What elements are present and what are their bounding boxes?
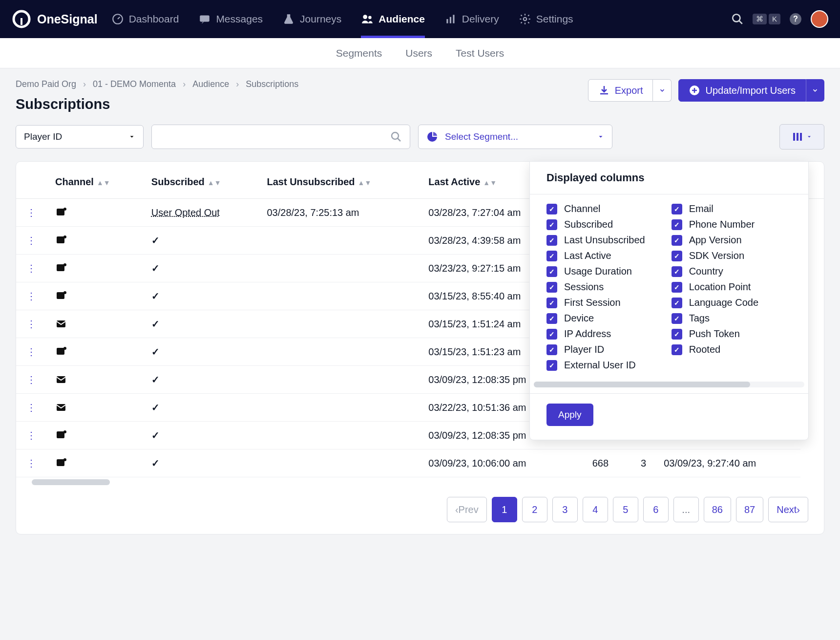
update-import-button[interactable]: Update/Import Users [678, 79, 806, 102]
web-channel-icon [55, 207, 134, 218]
column-toggle[interactable]: ✓Last Active [546, 250, 645, 261]
nav-journeys[interactable]: Journeys [282, 0, 341, 38]
breadcrumb-item[interactable]: Demo Paid Org [16, 79, 76, 89]
column-header[interactable]: Channel▲▼ [46, 162, 143, 199]
column-header[interactable]: Subscribed▲▼ [143, 162, 258, 199]
subnav-segments[interactable]: Segments [336, 47, 382, 59]
column-toggle[interactable]: ✓Sessions [546, 281, 645, 293]
row-menu-icon[interactable]: ⋮ [26, 402, 36, 413]
row-menu-icon[interactable]: ⋮ [26, 291, 36, 301]
column-toggle[interactable]: ✓First Session [546, 297, 645, 308]
column-toggle-label: Push Token [689, 328, 740, 340]
column-toggle[interactable]: ✓Channel [546, 203, 645, 214]
next-button[interactable]: Next › [768, 497, 808, 522]
row-menu-icon[interactable]: ⋮ [26, 346, 36, 357]
check-icon: ✓ [151, 402, 160, 413]
column-toggle[interactable]: ✓Rooted [672, 344, 758, 355]
player-id-label: Player ID [24, 131, 62, 142]
row-menu-icon[interactable]: ⋮ [26, 430, 36, 441]
help-icon[interactable]: ? [789, 13, 802, 25]
check-icon: ✓ [151, 263, 160, 274]
columns-icon [792, 131, 803, 143]
column-toggle[interactable]: ✓External User ID [546, 360, 645, 371]
page-86[interactable]: 86 [704, 497, 731, 522]
column-header[interactable]: Last Unsubscribed▲▼ [258, 162, 420, 199]
checkbox-checked-icon: ✓ [546, 266, 557, 277]
column-toggle[interactable]: ✓Tags [672, 313, 758, 324]
column-toggle-label: Subscribed [564, 219, 613, 230]
checkbox-checked-icon: ✓ [546, 251, 557, 261]
opted-out-label[interactable]: User Opted Out [151, 207, 220, 218]
columns-button[interactable] [779, 124, 824, 149]
nav-settings[interactable]: Settings [519, 0, 573, 38]
update-split: Update/Import Users [678, 79, 824, 102]
page-1[interactable]: 1 [492, 497, 517, 522]
column-toggle[interactable]: ✓Last Unsubscribed [546, 235, 645, 246]
flask-icon [282, 13, 295, 25]
chevron-down-icon [659, 87, 666, 94]
horizontal-scrollbar[interactable] [32, 479, 808, 485]
segment-select[interactable]: Select Segment... [418, 125, 612, 149]
row-menu-icon[interactable]: ⋮ [26, 235, 36, 246]
column-toggle[interactable]: ✓Email [672, 203, 758, 214]
checkbox-checked-icon: ✓ [672, 219, 682, 230]
nav-label: Audience [378, 13, 425, 25]
svg-point-25 [63, 263, 66, 266]
svg-line-16 [398, 138, 400, 141]
checkbox-checked-icon: ✓ [546, 219, 557, 230]
column-toggle[interactable]: ✓Player ID [546, 344, 645, 355]
search-input[interactable] [151, 125, 410, 149]
popover-scrollbar[interactable] [534, 382, 804, 387]
chevron-right-icon: › [797, 504, 800, 515]
page-87[interactable]: 87 [736, 497, 763, 522]
nav-audience[interactable]: Audience [361, 0, 425, 38]
page-2[interactable]: 2 [522, 497, 547, 522]
column-toggle[interactable]: ✓Subscribed [546, 219, 645, 230]
svg-rect-26 [57, 292, 64, 299]
svg-rect-33 [57, 431, 64, 438]
breadcrumb-item[interactable]: Audience [192, 79, 229, 89]
column-toggle-label: Last Active [564, 250, 611, 261]
column-toggle[interactable]: ✓Country [672, 266, 758, 277]
column-toggle[interactable]: ✓Usage Duration [546, 266, 645, 277]
row-menu-icon[interactable]: ⋮ [26, 319, 36, 329]
page-6[interactable]: 6 [643, 497, 669, 522]
column-toggle[interactable]: ✓App Version [672, 235, 758, 246]
update-caret[interactable] [806, 79, 824, 102]
column-toggle-label: Player ID [564, 344, 604, 355]
nav-dashboard[interactable]: Dashboard [111, 0, 179, 38]
row-menu-icon[interactable]: ⋮ [26, 263, 36, 274]
subnav-test-users[interactable]: Test Users [456, 47, 504, 59]
page-4[interactable]: 4 [583, 497, 608, 522]
web-channel-icon [55, 290, 134, 302]
row-menu-icon[interactable]: ⋮ [26, 458, 36, 469]
page-ellipsis[interactable]: ... [673, 497, 699, 522]
avatar[interactable] [811, 10, 828, 28]
player-id-select[interactable]: Player ID [16, 125, 144, 149]
page-5[interactable]: 5 [613, 497, 638, 522]
row-menu-icon[interactable]: ⋮ [26, 374, 36, 385]
column-toggle[interactable]: ✓Device [546, 313, 645, 324]
checkbox-checked-icon: ✓ [546, 282, 557, 293]
apply-button[interactable]: Apply [546, 404, 593, 426]
column-toggle[interactable]: ✓Location Point [672, 281, 758, 293]
row-menu-icon[interactable]: ⋮ [26, 207, 36, 218]
column-toggle[interactable]: ✓Push Token [672, 328, 758, 340]
column-toggle[interactable]: ✓SDK Version [672, 250, 758, 261]
nav-delivery[interactable]: Delivery [444, 0, 499, 38]
column-toggle[interactable]: ✓Phone Number [672, 219, 758, 230]
page-3[interactable]: 3 [552, 497, 578, 522]
cell-last-unsub [258, 394, 420, 422]
search-icon[interactable] [731, 13, 744, 25]
column-toggle-label: SDK Version [689, 250, 744, 261]
brand[interactable]: OneSignal [12, 9, 98, 29]
breadcrumb-item[interactable]: 01 - DEMO Momenta [93, 79, 176, 89]
subnav-users[interactable]: Users [405, 47, 432, 59]
nav-messages[interactable]: Messages [198, 0, 263, 38]
svg-rect-35 [57, 459, 64, 466]
column-toggle[interactable]: ✓IP Address [546, 328, 645, 340]
popover-title: Displayed columns [530, 162, 808, 194]
export-button[interactable]: Export [588, 79, 653, 102]
export-caret[interactable] [653, 79, 672, 102]
column-toggle[interactable]: ✓Language Code [672, 297, 758, 308]
